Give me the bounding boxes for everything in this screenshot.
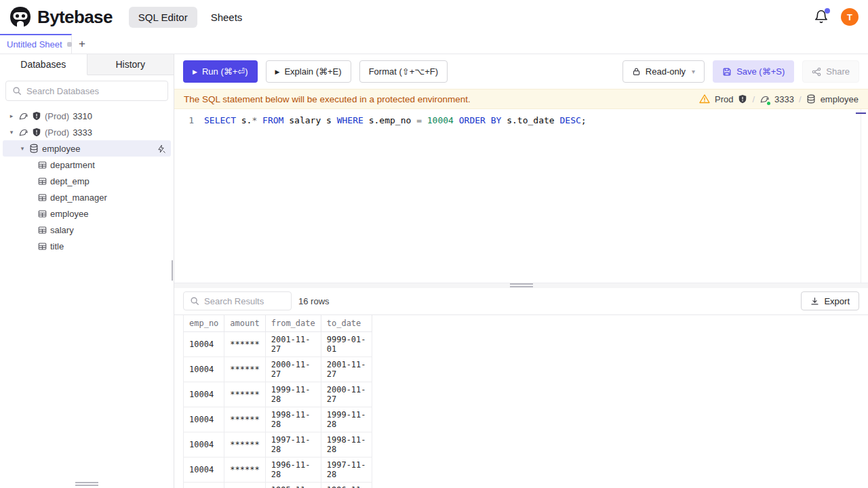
bytebase-logo-icon: [9, 6, 31, 28]
connection-name: 3310: [73, 111, 92, 121]
environment-label: (Prod): [45, 127, 69, 138]
results-resize-divider[interactable]: [174, 283, 868, 288]
cell: 1998-11-28: [321, 432, 372, 457]
cell: 1998-11-28: [265, 407, 321, 432]
breadcrumb-separator: /: [799, 94, 802, 104]
sql-editor[interactable]: 1 SELECT s.* FROM salary s WHERE s.emp_n…: [174, 109, 868, 283]
editor-scrollbar[interactable]: [861, 109, 861, 283]
export-button[interactable]: Export: [801, 291, 859, 310]
search-icon: [12, 86, 22, 96]
line-number: 1: [174, 114, 204, 127]
protected-environment-banner: The SQL statement below will be executed…: [174, 89, 868, 109]
readonly-mode-dropdown[interactable]: Read-only ▾: [623, 60, 705, 83]
environment-badge: Prod: [715, 94, 733, 104]
table-row[interactable]: 10004 ****** 1999-11-28 2000-11-27: [184, 382, 372, 407]
brand-name: Bytebase: [37, 7, 113, 28]
database-name: employee: [821, 94, 859, 104]
tree-table-title[interactable]: title: [0, 238, 174, 254]
table-icon: [38, 242, 47, 251]
cell: 10004: [184, 482, 224, 488]
tab-databases[interactable]: Databases: [0, 54, 87, 75]
tab-history[interactable]: History: [87, 54, 174, 75]
results-header: 16 rows Export: [174, 288, 868, 314]
notification-bell-icon[interactable]: [814, 9, 829, 24]
mysql-icon: [18, 127, 28, 138]
banner-message: The SQL statement below will be executed…: [184, 94, 471, 104]
nav-sheets[interactable]: Sheets: [201, 7, 252, 28]
table-row[interactable]: 10004 ****** 1997-11-28 1998-11-28: [184, 432, 372, 457]
share-button[interactable]: Share: [802, 60, 859, 83]
results-table-area: emp_no amount from_date to_date 10004 **…: [174, 314, 868, 488]
chevron-down-icon: ▾: [692, 68, 695, 75]
column-header-emp-no[interactable]: emp_no: [184, 315, 224, 332]
connect-bolt-icon[interactable]: [157, 144, 165, 153]
explain-button[interactable]: ▶ Explain (⌘+E): [266, 60, 351, 83]
save-button[interactable]: Save (⌘+S): [713, 60, 794, 83]
cell: 10004: [184, 331, 224, 357]
mysql-icon: [18, 111, 28, 121]
cell: ******: [224, 407, 265, 432]
column-header-from-date[interactable]: from_date: [265, 315, 321, 332]
instance-name: 3333: [774, 94, 794, 104]
caret-down-icon[interactable]: ▾: [19, 145, 26, 152]
database-name: employee: [42, 144, 80, 154]
caret-right-icon[interactable]: ▸: [8, 113, 15, 119]
table-row[interactable]: 10004 ****** 2001-11-27 9999-01-01: [184, 331, 372, 357]
bytebase-logo[interactable]: Bytebase: [9, 6, 113, 28]
mode-label: Read-only: [646, 66, 686, 77]
search-databases-input[interactable]: [26, 86, 161, 96]
tree-connection-3310[interactable]: ▸ (Prod) 3310: [0, 108, 174, 124]
tree-table-department[interactable]: department: [0, 157, 174, 173]
lock-icon: [632, 67, 641, 76]
nav-sql-editor[interactable]: SQL Editor: [129, 7, 197, 28]
cell: 10004: [184, 457, 224, 482]
tree-connection-3333[interactable]: ▾ (Prod) 3333: [0, 124, 174, 140]
database-tree: ▸ (Prod) 3310 ▾ (Prod) 3333 ▾ employee: [0, 106, 174, 488]
format-button[interactable]: Format (⇧+⌥+F): [359, 60, 448, 83]
cell: ******: [224, 382, 265, 407]
cell: 1997-11-28: [265, 432, 321, 457]
share-label: Share: [826, 66, 850, 77]
cell: ******: [224, 331, 265, 357]
table-row[interactable]: 10004 ****** 1998-11-28 1999-11-28: [184, 407, 372, 432]
cell: 1995-11-29: [265, 482, 321, 488]
column-header-amount[interactable]: amount: [224, 315, 265, 332]
user-avatar[interactable]: T: [841, 8, 859, 26]
cell: 2001-11-27: [321, 357, 372, 382]
cursor-position-marker: [856, 113, 866, 114]
table-row[interactable]: 10004 ****** 2000-11-27 2001-11-27: [184, 357, 372, 382]
table-row[interactable]: 10004 ****** 1996-11-28 1997-11-28: [184, 457, 372, 482]
format-label: Format (⇧+⌥+F): [369, 66, 438, 77]
tree-table-salary[interactable]: salary: [0, 222, 174, 238]
table-name: employee: [50, 209, 88, 219]
table-name: salary: [50, 225, 74, 235]
table-row[interactable]: 10004 ****** 1995-11-29 1996-11-28: [184, 482, 372, 488]
column-header-to-date[interactable]: to_date: [321, 315, 372, 332]
add-sheet-button[interactable]: +: [72, 34, 92, 54]
sidebar-bottom-resize-handle[interactable]: [75, 481, 98, 487]
table-icon: [38, 193, 47, 202]
sidebar: Databases History ▸ (Prod) 3310 ▾ (Prod): [0, 54, 174, 488]
drag-handle-icon: [510, 283, 533, 287]
top-bar: Bytebase SQL Editor Sheets T: [0, 0, 868, 34]
run-button[interactable]: ▶ Run (⌘+⏎): [183, 60, 258, 83]
tree-table-dept-emp[interactable]: dept_emp: [0, 173, 174, 189]
caret-down-icon[interactable]: ▾: [8, 129, 15, 136]
explain-label: Explain (⌘+E): [284, 66, 341, 77]
sheet-tab-label: Untitled Sheet: [7, 39, 62, 49]
tree-table-dept-manager[interactable]: dept_manager: [0, 189, 174, 205]
tree-database-employee[interactable]: ▾ employee: [3, 140, 171, 157]
database-icon: [806, 94, 816, 104]
cell: 10004: [184, 407, 224, 432]
cell: ******: [224, 457, 265, 482]
table-icon: [38, 226, 47, 235]
database-icon: [29, 144, 39, 153]
sidebar-search: [0, 75, 174, 106]
export-label: Export: [824, 296, 850, 306]
tree-table-employee[interactable]: employee: [0, 205, 174, 222]
status-ok-dot: [767, 102, 770, 105]
sheet-tab-untitled[interactable]: Untitled Sheet: [0, 34, 72, 54]
table-icon: [38, 177, 47, 186]
share-icon: [812, 67, 821, 77]
cell: 10004: [184, 432, 224, 457]
